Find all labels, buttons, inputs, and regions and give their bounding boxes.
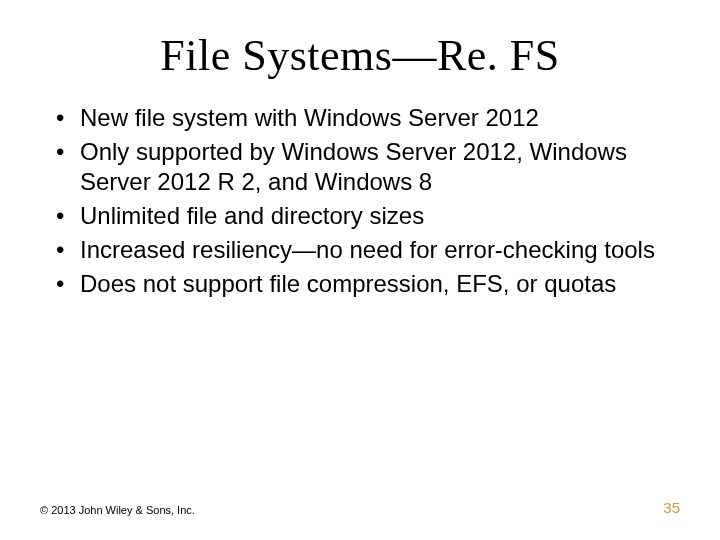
- list-item: Only supported by Windows Server 2012, W…: [52, 137, 680, 197]
- bullet-list: New file system with Windows Server 2012…: [40, 103, 680, 299]
- list-item: Increased resiliency—no need for error-c…: [52, 235, 680, 265]
- copyright-text: © 2013 John Wiley & Sons, Inc.: [40, 504, 195, 516]
- slide: File Systems—Re. FS New file system with…: [0, 0, 720, 540]
- page-number: 35: [663, 499, 680, 516]
- slide-title: File Systems—Re. FS: [40, 30, 680, 81]
- list-item: Does not support file compression, EFS, …: [52, 269, 680, 299]
- list-item: New file system with Windows Server 2012: [52, 103, 680, 133]
- footer: © 2013 John Wiley & Sons, Inc. 35: [40, 499, 680, 516]
- list-item: Unlimited file and directory sizes: [52, 201, 680, 231]
